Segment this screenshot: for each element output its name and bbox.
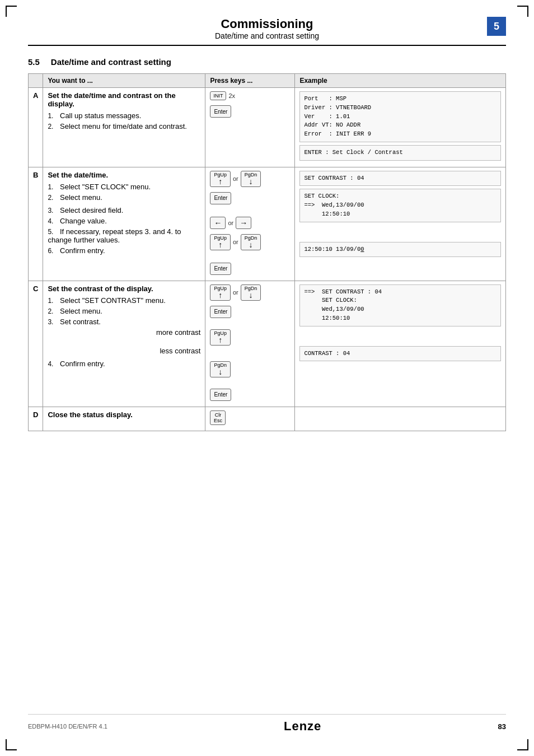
footer-logo: Lenze [284, 719, 321, 734]
page-footer: EDBPM-H410 DE/EN/FR 4.1 Lenze 83 [28, 714, 506, 734]
col-header-presskeys: Press keys ... [205, 74, 295, 88]
row-c-step1: 1. Select "SET CONTRAST" menu. [48, 296, 200, 305]
row-desc-c: Set the contrast of the display. 1. Sele… [43, 281, 205, 407]
row-desc-b: Set the date/time. 1. Select "SET CLOCK"… [43, 167, 205, 281]
row-desc-a: Set the date/time and contrast on the di… [43, 88, 205, 167]
row-letter-b: B [29, 167, 43, 281]
corner-mark-bl [6, 739, 17, 750]
pgup-key-c2: PgUp ↑ [210, 329, 231, 346]
row-example-a: Port : MSP Driver : VTNETBOARD Ver : 1.0… [295, 88, 506, 167]
table-row: A Set the date/time and contrast on the … [29, 88, 506, 167]
footer-page: 83 [498, 722, 506, 731]
row-c-step4: 4. Confirm entry. [48, 360, 200, 368]
example-box-b2: SET CLOCK: ==> Wed,13/09/00 12:50:10 [299, 189, 501, 222]
header-title-block: Commissioning Date/time and contrast set… [47, 17, 487, 40]
table-row: D Close the status display. Clr Esc [29, 407, 506, 431]
row-c-step2: 2. Select menu. [48, 307, 200, 315]
row-c-step3: 3. Set contrast. [48, 318, 200, 326]
pgup-key-b2: PgUp ↑ [210, 234, 231, 250]
example-box-a2: ENTER : Set Clock / Contrast [299, 145, 501, 161]
pgdn-key-c2: PgDn ↓ [210, 361, 231, 377]
col-header-example: Example [295, 74, 506, 88]
enter-key-c2: Enter [210, 389, 231, 401]
row-keys-b: PgUp ↑ or PgDn ↓ Enter [205, 167, 295, 281]
pgdn-key-c1: PgDn ↓ [241, 284, 261, 301]
row-b-title: Set the date/time. [48, 171, 108, 179]
enter-key-b2: Enter [210, 263, 231, 275]
times-label: 2x [228, 92, 235, 99]
section-title: Date/time and contrast setting [51, 57, 171, 67]
row-desc-d: Close the status display. [43, 407, 205, 431]
row-keys-d: Clr Esc [205, 407, 295, 431]
example-box-c1: ==> SET CONTRAST : 04 SET CLOCK: Wed,13/… [299, 284, 501, 326]
page-header: Commissioning Date/time and contrast set… [28, 17, 506, 46]
row-example-b: SET CONTRAST : 04 SET CLOCK: ==> Wed,13/… [295, 167, 506, 281]
row-letter-c: C [29, 281, 43, 407]
example-box-a1: Port : MSP Driver : VTNETBOARD Ver : 1.0… [299, 91, 501, 142]
col-header-youwant: You want to ... [43, 74, 205, 88]
arrow-right-key: → [236, 217, 251, 229]
row-c-less-contrast: less contrast [48, 347, 200, 355]
row-c-title: Set the contrast of the display. [48, 284, 153, 293]
example-box-b3: 12:50:10 13/09/00 [299, 242, 501, 258]
arrow-left-key: ← [210, 217, 226, 229]
row-a-step1: 1. Call up status messages. [48, 111, 200, 120]
main-table: You want to ... Press keys ... Example A… [28, 73, 506, 431]
corner-mark-tr [517, 6, 528, 17]
footer-ref: EDBPM-H410 DE/EN/FR 4.1 [28, 723, 107, 730]
example-box-c2: CONTRAST : 04 [299, 346, 501, 362]
enter-key-c1: Enter [210, 306, 231, 318]
row-c-more-contrast: more contrast [48, 328, 200, 337]
row-example-d [295, 407, 506, 431]
row-b-step5: 5. If necessary, repeat steps 3. and 4. … [48, 227, 200, 244]
section-number: 5.5 [28, 57, 40, 67]
pgup-key-c1: PgUp ↑ [210, 284, 231, 301]
row-example-c: ==> SET CONTRAST : 04 SET CLOCK: Wed,13/… [295, 281, 506, 407]
example-box-b1: SET CONTRAST : 04 [299, 171, 501, 186]
row-b-step6: 6. Confirm entry. [48, 246, 200, 255]
enter-key-b1: Enter [210, 192, 231, 204]
row-a-step2: 2. Select menu for time/date and contras… [48, 122, 200, 130]
corner-mark-tl [6, 6, 17, 17]
header-subtitle: Date/time and contrast setting [47, 31, 487, 40]
row-b-step3: 3. Select desired field. [48, 206, 200, 214]
pgdn-key-b2: PgDn ↓ [241, 234, 261, 250]
row-keys-c: PgUp ↑ or PgDn ↓ Enter [205, 281, 295, 407]
row-b-step1: 1. Select "SET CLOCK" menu. [48, 183, 200, 191]
row-keys-a: INIT 2x Enter [205, 88, 295, 167]
row-d-title: Close the status display. [48, 410, 132, 419]
row-letter-d: D [29, 407, 43, 431]
header-badge: 5 [487, 17, 506, 36]
pgup-key-b1: PgUp ↑ [210, 171, 231, 187]
row-b-step2: 2. Select menu. [48, 193, 200, 202]
table-row: C Set the contrast of the display. 1. Se… [29, 281, 506, 407]
enter-key-a: Enter [210, 105, 231, 118]
corner-mark-br [517, 739, 528, 750]
table-row: B Set the date/time. 1. Select "SET CLOC… [29, 167, 506, 281]
init-key: INIT [210, 91, 226, 100]
row-letter-a: A [29, 88, 43, 167]
section-heading: 5.5 Date/time and contrast setting [28, 57, 506, 67]
header-main-title: Commissioning [47, 17, 487, 31]
clr-esc-key: Clr Esc [210, 410, 226, 425]
col-header-letter [29, 74, 43, 88]
row-b-step4: 4. Change value. [48, 217, 200, 225]
row-a-title: Set the date/time and contrast on the di… [48, 91, 175, 108]
pgdn-key-b1: PgDn ↓ [241, 171, 261, 187]
